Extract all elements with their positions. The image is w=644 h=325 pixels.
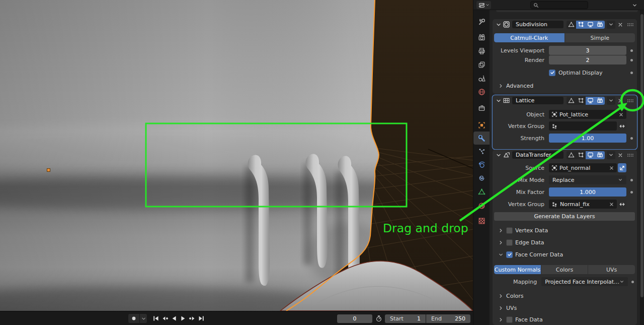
delete-modifier-button[interactable] <box>616 97 624 105</box>
tab-scene[interactable] <box>473 72 490 85</box>
custom-normals-tab[interactable]: Custom Normals <box>494 265 541 274</box>
keyframe-dot[interactable] <box>631 281 634 283</box>
render-toggle[interactable] <box>595 97 605 105</box>
mapping-dropdown[interactable]: Projected Face Interpolat… <box>541 277 628 286</box>
realtime-toggle[interactable] <box>586 151 595 159</box>
on-cage-toggle[interactable] <box>567 97 576 105</box>
vertex-data-expander[interactable]: Vertex Data <box>498 226 637 234</box>
tab-texture[interactable] <box>473 214 490 227</box>
auto-keyframe-button[interactable] <box>128 314 139 323</box>
simple-button[interactable]: Simple <box>565 33 635 42</box>
levels-viewport-field[interactable]: 3 <box>549 46 626 55</box>
face-corner-data-expander[interactable]: Face Corner Data <box>498 250 637 258</box>
keyframe-dot[interactable] <box>630 191 633 193</box>
tab-view-layer[interactable] <box>473 58 490 71</box>
clear-object-button[interactable] <box>609 165 614 171</box>
end-frame-field[interactable]: End 250 <box>426 314 470 323</box>
face-data-checkbox[interactable] <box>506 316 513 323</box>
realtime-toggle[interactable] <box>586 21 595 29</box>
advanced-expander[interactable]: Advanced <box>498 82 637 90</box>
drag-handle[interactable] <box>625 152 634 159</box>
edit-mode-toggle[interactable] <box>576 97 586 105</box>
render-levels-field[interactable]: 2 <box>549 55 626 64</box>
lattice-object-field[interactable]: Pot_lattice <box>549 110 626 119</box>
edit-mode-toggle[interactable] <box>576 151 586 159</box>
dt-vertex-group-field[interactable]: Normal_fix <box>549 200 617 209</box>
search-input[interactable] <box>530 1 588 9</box>
on-cage-toggle[interactable] <box>567 151 576 159</box>
tab-object[interactable] <box>473 118 490 132</box>
delete-modifier-button[interactable] <box>616 21 624 29</box>
tab-constraints[interactable] <box>473 171 490 184</box>
mix-mode-dropdown[interactable]: Replace <box>549 175 626 184</box>
tab-world[interactable] <box>473 85 490 98</box>
tab-material[interactable] <box>473 199 490 212</box>
auto-keyframe-dropdown[interactable] <box>140 314 147 323</box>
subdivision-header[interactable]: Subdivision <box>493 19 637 30</box>
jump-to-start-button[interactable] <box>151 314 160 323</box>
expand-chevron-icon[interactable] <box>496 22 502 28</box>
scrollbar[interactable] <box>640 10 644 325</box>
tab-modifiers[interactable] <box>473 132 490 145</box>
expand-chevron-icon[interactable] <box>496 152 502 158</box>
tab-tool[interactable] <box>473 15 490 28</box>
scrollbar-thumb[interactable] <box>640 14 643 297</box>
editor-type-button[interactable] <box>476 1 491 9</box>
face-data-expander[interactable]: Face Data <box>498 315 637 323</box>
lattice-header[interactable]: Lattice <box>493 95 637 106</box>
lattice-vertex-group-field[interactable] <box>549 121 617 131</box>
modifier-name-field[interactable]: DataTransfer <box>512 151 564 159</box>
keyframe-dot[interactable] <box>630 49 633 52</box>
play-button[interactable] <box>179 314 187 323</box>
uvs-tab[interactable]: UVs <box>588 265 635 274</box>
drag-handle[interactable] <box>625 97 634 104</box>
tab-particles[interactable] <box>473 145 490 158</box>
edge-data-expander[interactable]: Edge Data <box>498 238 637 246</box>
play-reverse-button[interactable] <box>170 314 178 323</box>
tab-object-data[interactable] <box>473 185 490 198</box>
strength-slider[interactable]: 1.00 <box>549 134 626 143</box>
optimal-display-checkbox[interactable] <box>549 70 555 76</box>
generate-data-layers-button[interactable]: Generate Data Layers <box>494 212 635 221</box>
keyframe-dot[interactable] <box>630 137 633 140</box>
edit-mode-toggle[interactable] <box>576 21 586 29</box>
tab-collection[interactable] <box>473 101 490 114</box>
3d-viewport[interactable] <box>0 0 473 311</box>
invert-vertex-group-button[interactable] <box>618 200 626 209</box>
tab-physics[interactable] <box>473 158 490 171</box>
edge-data-checkbox[interactable] <box>506 239 513 246</box>
tab-output[interactable] <box>473 44 490 57</box>
source-object-field[interactable]: Pot_normal <box>549 163 617 172</box>
header-options-button[interactable] <box>629 1 639 9</box>
on-cage-toggle[interactable] <box>567 21 576 29</box>
delete-modifier-button[interactable] <box>616 151 624 159</box>
prev-keyframe-button[interactable] <box>160 314 169 323</box>
keyframe-dot[interactable] <box>630 179 633 181</box>
jump-to-end-button[interactable] <box>197 314 205 323</box>
object-space-button[interactable] <box>618 163 626 172</box>
clear-vertex-group-button[interactable] <box>609 202 614 207</box>
next-keyframe-button[interactable] <box>188 314 196 323</box>
data-transfer-header[interactable]: DataTransfer <box>493 150 637 160</box>
start-frame-field[interactable]: Start 1 <box>385 314 426 323</box>
modifier-extras-button[interactable] <box>607 21 615 29</box>
uvs-expander[interactable]: UVs <box>498 304 637 312</box>
realtime-toggle[interactable] <box>586 97 595 105</box>
colors-tab[interactable]: Colors <box>541 265 588 274</box>
modifier-extras-button[interactable] <box>607 151 615 159</box>
vertex-data-checkbox[interactable] <box>506 227 513 234</box>
render-toggle[interactable] <box>595 151 605 159</box>
modifier-name-field[interactable]: Subdivision <box>512 21 564 28</box>
drag-handle[interactable] <box>625 21 634 28</box>
catmull-clark-button[interactable]: Catmull-Clark <box>494 33 565 42</box>
keyframe-dot[interactable] <box>630 59 633 61</box>
modifier-name-field[interactable]: Lattice <box>512 97 564 104</box>
face-corner-data-checkbox[interactable] <box>506 251 513 258</box>
clear-object-button[interactable] <box>618 112 624 117</box>
keyframe-dot[interactable] <box>630 72 633 74</box>
colors-expander[interactable]: Colors <box>498 292 637 300</box>
modifier-extras-button[interactable] <box>607 97 615 105</box>
mix-factor-slider[interactable]: 1.000 <box>549 187 626 197</box>
object-origin-dot[interactable] <box>47 169 50 172</box>
invert-vertex-group-button[interactable] <box>618 121 626 131</box>
